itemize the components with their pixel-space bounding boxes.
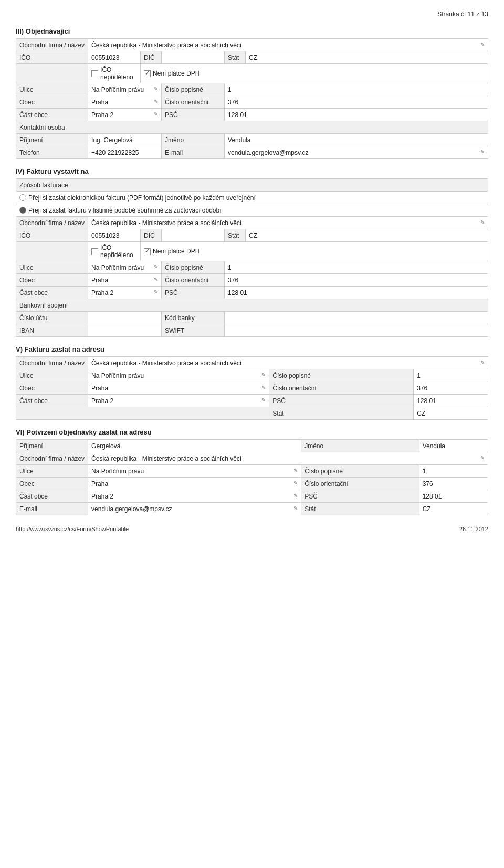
neni-platce-checkbox[interactable]	[144, 248, 151, 255]
footer-url: http://www.isvzus.cz/cs/Form/ShowPrintab…	[16, 526, 129, 532]
neni-platce-checkbox[interactable]	[144, 70, 151, 77]
stat-value: CZ	[414, 407, 488, 420]
ulice-label: Ulice	[16, 369, 88, 382]
psc-value: 128 01	[419, 490, 488, 503]
kod-banky-value	[225, 312, 488, 324]
stat-value: CZ	[419, 503, 488, 515]
stat-label: Stát	[301, 503, 419, 515]
option2: Přeji si zaslat fakturu v listinné podob…	[16, 204, 488, 217]
ico-nepridelen-checkbox[interactable]	[91, 248, 98, 255]
option1-radio[interactable]	[19, 194, 26, 201]
ico-nepridelen-checkbox[interactable]	[91, 70, 98, 77]
dic-value	[162, 51, 225, 64]
obec-value: Praha ✎	[88, 96, 162, 109]
obec-label: Obec	[16, 382, 88, 395]
obchodni-firma-value: Česká republika - Ministerstvo práce a s…	[88, 452, 488, 465]
email-label: E-mail	[162, 146, 225, 159]
option2-radio[interactable]	[19, 207, 26, 214]
cislo-popisne-label: Číslo popisné	[269, 369, 414, 382]
table-row: IBAN SWIFT	[16, 324, 488, 337]
cast-obce-label: Část obce	[16, 109, 88, 121]
ico-value: 00551023	[88, 51, 141, 64]
table-row: E-mail vendula.gergelova@mpsv.cz ✎ Stát …	[16, 503, 488, 515]
swift-label: SWIFT	[162, 324, 225, 337]
stat-label: Stát	[225, 229, 246, 242]
jmeno-value: Vendula	[419, 440, 488, 452]
table-row: Obec Praha ✎ Číslo orientační 376	[16, 274, 488, 287]
cast-obce-value: Praha 2 ✎	[88, 109, 162, 121]
zpusob-fakturace-label: Způsob fakturace	[16, 179, 488, 192]
section4-table: Způsob fakturace Přeji si zaslat elektro…	[16, 178, 488, 337]
dropdown-icon[interactable]: ✎	[480, 455, 485, 461]
obchodni-firma-label: Obchodní firma / název	[16, 452, 88, 465]
table-row: Přeji si zaslat elektronickou fakturu (P…	[16, 192, 488, 204]
table-row: Obchodní firma / název Česká republika -…	[16, 39, 488, 51]
cast-obce-label: Část obce	[16, 395, 88, 407]
cast-obce-label: Část obce	[16, 287, 88, 299]
dropdown-icon[interactable]: ✎	[154, 264, 158, 270]
obchodni-firma-value: Česká republika - Ministerstvo práce a s…	[88, 39, 488, 51]
cislo-uctu-label: Číslo účtu	[16, 312, 88, 324]
obchodni-firma-label: Obchodní firma / název	[16, 217, 88, 229]
dropdown-icon[interactable]: ✎	[480, 149, 485, 155]
cast-obce-label: Část obce	[16, 490, 88, 503]
option1: Přeji si zaslat elektronickou fakturu (P…	[16, 192, 488, 204]
stat-value: CZ	[246, 51, 488, 64]
prijmeni-label: Příjmení	[16, 440, 88, 452]
psc-value: 128 01	[225, 287, 488, 299]
dropdown-icon[interactable]: ✎	[480, 219, 485, 225]
table-row: Část obce Praha 2 ✎ PSČ 128 01	[16, 109, 488, 121]
table-row: Obec Praha ✎ Číslo orientační 376	[16, 478, 488, 490]
dropdown-icon[interactable]: ✎	[261, 385, 266, 390]
spacer	[16, 64, 88, 83]
table-row: Stát CZ	[16, 407, 488, 420]
dropdown-icon[interactable]: ✎	[154, 277, 158, 282]
obec-label: Obec	[16, 478, 88, 490]
dropdown-icon[interactable]: ✎	[261, 397, 266, 403]
obec-value: Praha ✎	[88, 478, 301, 490]
obchodni-firma-value: Česká republika - Ministerstvo práce a s…	[88, 357, 488, 369]
email-value: vendula.gergelova@mpsv.cz ✎	[88, 503, 301, 515]
jmeno-label: Jméno	[301, 440, 419, 452]
dropdown-icon[interactable]: ✎	[154, 289, 158, 295]
ulice-label: Ulice	[16, 261, 88, 274]
psc-label: PSČ	[301, 490, 419, 503]
dropdown-icon[interactable]: ✎	[154, 111, 158, 117]
cislo-orientacni-label: Číslo orientační	[269, 382, 414, 395]
stat-label: Stát	[269, 407, 414, 420]
dropdown-icon[interactable]: ✎	[480, 359, 485, 365]
table-row: Obec Praha ✎ Číslo orientační 376	[16, 96, 488, 109]
dropdown-icon[interactable]: ✎	[480, 41, 485, 47]
table-row: Telefon +420 221922825 E-mail vendula.ge…	[16, 146, 488, 159]
cislo-popisne-value: 1	[225, 261, 488, 274]
jmeno-label: Jméno	[162, 134, 225, 146]
dropdown-icon[interactable]: ✎	[261, 372, 266, 378]
table-row: IČO 00551023 DIČ Stát CZ	[16, 51, 488, 64]
cislo-popisne-label: Číslo popisné	[162, 261, 225, 274]
table-row: Část obce Praha 2 ✎ PSČ 128 01	[16, 490, 488, 503]
page-header: Stránka č. 11 z 13	[16, 10, 488, 18]
footer-date: 26.11.2012	[459, 526, 488, 532]
email-label: E-mail	[16, 503, 88, 515]
zpusob-fakturace-header: Způsob fakturace	[16, 179, 488, 192]
ulice-label: Ulice	[16, 465, 88, 478]
dropdown-icon[interactable]: ✎	[293, 505, 298, 511]
cislo-popisne-value: 1	[419, 465, 488, 478]
email-value: vendula.gergelova@mpsv.cz ✎	[225, 146, 488, 159]
section5-table: Obchodní firma / název Česká republika -…	[16, 356, 488, 420]
dropdown-icon[interactable]: ✎	[293, 468, 298, 473]
dropdown-icon[interactable]: ✎	[154, 99, 158, 104]
ulice-value: Na Poříčním právu ✎	[88, 465, 301, 478]
cislo-orientacni-value: 376	[225, 96, 488, 109]
table-row: IČO 00551023 DIČ Stát CZ	[16, 229, 488, 242]
dropdown-icon[interactable]: ✎	[293, 480, 298, 486]
obchodni-firma-label: Obchodní firma / název	[16, 39, 88, 51]
ico-label: IČO	[16, 229, 88, 242]
dropdown-icon[interactable]: ✎	[293, 493, 298, 499]
table-row: Přeji si zaslat fakturu v listinné podob…	[16, 204, 488, 217]
cislo-orientacni-label: Číslo orientační	[162, 96, 225, 109]
cislo-popisne-label: Číslo popisné	[162, 83, 225, 96]
dropdown-icon[interactable]: ✎	[154, 86, 158, 92]
table-row: Příjmení Ing. Gergelová Jméno Vendula	[16, 134, 488, 146]
table-row: Část obce Praha 2 ✎ PSČ 128 01	[16, 395, 488, 407]
